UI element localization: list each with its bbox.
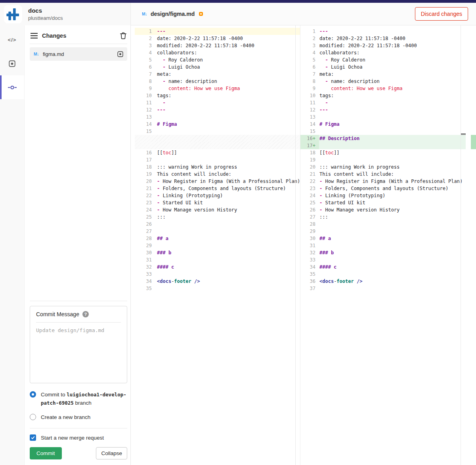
diff-line[interactable]: 34#### c <box>300 263 466 271</box>
diff-line[interactable]: 12--- <box>135 106 300 113</box>
diff-line[interactable]: 8 - name: description <box>135 78 300 85</box>
trash-icon[interactable] <box>120 32 126 39</box>
diff-line[interactable]: 6 - Luigi Ochoa <box>135 63 300 71</box>
diff-line[interactable]: 15 <box>300 128 466 135</box>
commit-to-branch-option[interactable]: Commit to luigiochoa1-develop-patch-6902… <box>30 390 127 407</box>
diff-line[interactable]: 29 <box>135 242 300 249</box>
create-new-branch-option[interactable]: Create a new branch <box>30 413 127 421</box>
diff-line[interactable]: 24- How Manage version History <box>135 206 300 213</box>
diff-line[interactable]: 18::: warning Work in progress <box>135 163 300 171</box>
line-number: 1 <box>135 28 155 35</box>
sidebar-item-review[interactable] <box>0 52 24 75</box>
diff-line[interactable]: 21- Folders, Components and layouts (Str… <box>135 185 300 192</box>
diff-line[interactable]: 22- How Register in Figma (With a Profes… <box>300 178 466 185</box>
diff-line[interactable]: 15 <box>135 128 300 135</box>
diff-line[interactable]: 27::: <box>300 213 466 221</box>
code-text: - How Register in Figma (With a Professi… <box>155 178 300 185</box>
diff-line[interactable]: 26 <box>135 221 300 228</box>
diff-line[interactable]: 31 <box>300 242 466 249</box>
overview-ruler[interactable] <box>461 25 466 465</box>
diff-line[interactable]: 24- Linking (Prototyping) <box>300 192 466 199</box>
merge-request-option[interactable]: Start a new merge request <box>30 434 127 441</box>
diff-line[interactable]: 14# Figma <box>135 121 300 128</box>
sidebar-item-commit[interactable] <box>0 75 24 99</box>
diff-line[interactable]: 6 - Luigi Ochoa <box>300 63 466 71</box>
diff-line[interactable]: 36<docs-footer /> <box>300 278 466 285</box>
discard-changes-button[interactable]: Discard changes <box>415 7 468 21</box>
diff-line[interactable]: 31 <box>135 256 300 263</box>
diff-line[interactable]: 10tags: <box>135 92 300 99</box>
diff-line[interactable]: 35 <box>300 271 466 278</box>
diff-line[interactable]: 19 <box>300 156 466 163</box>
diff-line[interactable]: 1--- <box>135 28 300 35</box>
radio-commit-to-branch[interactable] <box>30 391 36 398</box>
diff-line[interactable]: 26- How Manage version History <box>300 206 466 213</box>
diff-line[interactable]: 7meta: <box>300 71 466 78</box>
diff-line[interactable]: 2date: 2020-2-22 11:57:18 -0400 <box>300 35 466 42</box>
diff-line[interactable]: 34<docs-footer /> <box>135 278 300 285</box>
diff-line[interactable]: 27 <box>135 228 300 235</box>
line-number: 8 <box>300 78 319 85</box>
diff-line[interactable]: 22- Linking (Prototyping) <box>135 192 300 199</box>
diff-line[interactable]: 8 - name: description <box>300 78 466 85</box>
diff-line[interactable]: 5 - Roy Calderon <box>135 56 300 63</box>
diff-line[interactable]: 20- How Register in Figma (With a Profes… <box>135 178 300 185</box>
diff-line[interactable]: 25- Started UI kit <box>300 199 466 206</box>
diff-line[interactable]: 35 <box>135 285 300 292</box>
scrollbar-track[interactable] <box>295 25 300 465</box>
diff-line[interactable]: 1--- <box>300 28 466 35</box>
help-icon[interactable]: ? <box>82 311 89 317</box>
diff-line[interactable]: 5 - Roy Calderon <box>300 56 466 63</box>
sidebar-item-edit[interactable]: </> <box>0 28 24 52</box>
diff-line[interactable]: 23- Started UI kit <box>135 199 300 206</box>
diff-line[interactable]: 28 <box>300 221 466 228</box>
square-dot-icon[interactable] <box>117 51 123 57</box>
diff-line[interactable]: 9 content: How we use Figma <box>300 85 466 92</box>
diff-line[interactable]: 4collaborators: <box>300 49 466 56</box>
diff-line[interactable]: 9 content: How we use Figma <box>135 85 300 92</box>
open-file-tab-title[interactable]: design/figma.md <box>151 11 195 17</box>
diff-line[interactable]: 18[[toc]] <box>300 149 466 156</box>
diff-line[interactable]: 7meta: <box>135 71 300 78</box>
diff-line[interactable]: 3modified: 2020-2-22 11:57:18 -0400 <box>135 42 300 49</box>
diff-line[interactable]: 14# Figma <box>300 121 466 128</box>
diff-line[interactable]: 37 <box>300 285 466 292</box>
checkbox-start-merge-request[interactable] <box>30 434 36 441</box>
diff-line[interactable]: 33 <box>135 271 300 278</box>
diff-line[interactable]: 4collaborators: <box>135 49 300 56</box>
diff-line[interactable]: 29 <box>300 228 466 235</box>
changed-file-row[interactable]: M↓ figma.md <box>30 47 127 61</box>
diff-line[interactable]: 17+ <box>300 142 466 149</box>
diff-line[interactable]: 19This content will include: <box>135 171 300 178</box>
diff-line[interactable]: 30### b <box>135 249 300 256</box>
diff-line[interactable]: 25::: <box>135 213 300 221</box>
diff-line[interactable]: 32### b <box>300 249 466 256</box>
diff-line[interactable]: 16+## Description <box>300 135 466 142</box>
diff-line[interactable]: 28## a <box>135 235 300 242</box>
diff-line[interactable]: 33 <box>300 256 466 263</box>
diff-line[interactable]: 13 <box>300 113 466 121</box>
collapse-button[interactable]: Collapse <box>96 447 127 459</box>
diff-line[interactable]: 17 <box>135 156 300 163</box>
diff-line[interactable]: 21This content will include: <box>300 171 466 178</box>
diff-line[interactable]: 32#### c <box>135 263 300 271</box>
diff-line[interactable]: 2date: 2020-2-22 11:57:18 -0400 <box>135 35 300 42</box>
diff-line[interactable]: 23- Folders, Components and layouts (Str… <box>300 185 466 192</box>
hamburger-menu-icon[interactable] <box>31 33 38 38</box>
diff-line[interactable]: 30## a <box>300 235 466 242</box>
diff-line[interactable]: 11 - <box>135 99 300 106</box>
diff-line[interactable]: 13 <box>135 113 300 121</box>
radio-create-new-branch[interactable] <box>30 414 36 420</box>
diff-line[interactable]: 3modified: 2020-2-22 11:57:18 -0400 <box>300 42 466 49</box>
changed-file-name: figma.md <box>43 51 113 57</box>
diff-line[interactable]: 20::: warning Work in progress <box>300 163 466 171</box>
diff-line[interactable]: 12--- <box>300 106 466 113</box>
markdown-icon: M↓ <box>34 52 39 56</box>
commit-message-input[interactable] <box>36 323 121 372</box>
line-number: 18 <box>135 163 155 171</box>
diff-line[interactable]: 11 - <box>300 99 466 106</box>
commit-button[interactable]: Commit <box>30 447 62 459</box>
diff-line[interactable]: 16[[toc]] <box>135 149 300 156</box>
diff-overview-ruler[interactable] <box>471 25 476 465</box>
diff-line[interactable]: 10tags: <box>300 92 466 99</box>
